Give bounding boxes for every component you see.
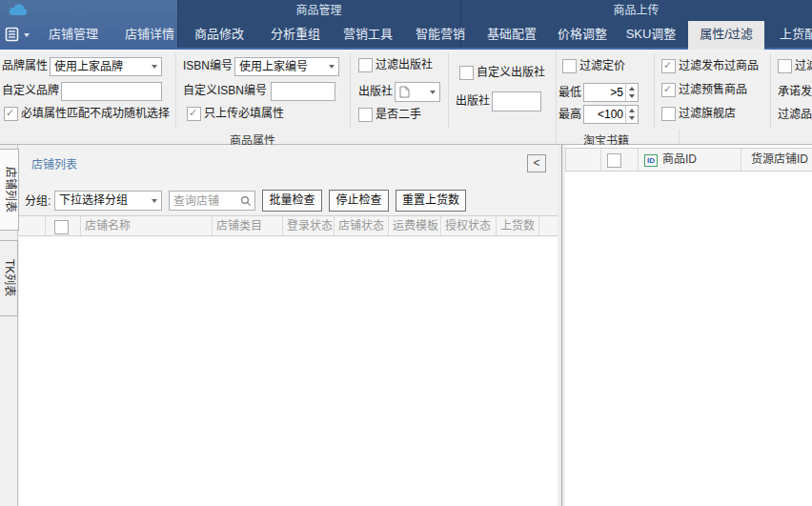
- price-min-value[interactable]: [584, 84, 625, 101]
- col-source-shop-id[interactable]: 货源店铺ID: [741, 149, 812, 171]
- menu-item-upload-config[interactable]: 上货配置: [768, 21, 812, 48]
- left-tab-strip: 店铺列表 TK列表: [0, 145, 18, 506]
- secondhand-checkbox[interactable]: [358, 108, 373, 122]
- stop-check-button[interactable]: 停止检查: [329, 190, 389, 212]
- menu-item-shop-detail[interactable]: 店铺详情: [112, 21, 187, 48]
- col-filler: [539, 216, 558, 235]
- required-attr-random-checkbox[interactable]: [4, 107, 18, 121]
- shop-list-title: 店铺列表: [31, 155, 77, 172]
- menu-item-price-adjust[interactable]: 价格调整: [547, 21, 618, 48]
- filter-price-checkbox[interactable]: [562, 59, 577, 73]
- step-down-icon: [629, 94, 635, 98]
- select-all-checkbox[interactable]: [607, 153, 621, 168]
- column-divider: [679, 130, 680, 144]
- column-divider: [556, 50, 557, 144]
- splitter-line: [561, 145, 562, 506]
- row-indicator-header: [19, 216, 46, 235]
- edge-brand-filter-label: 过滤品: [778, 108, 812, 122]
- menu-item-basic-config[interactable]: 基础配置: [477, 21, 547, 48]
- filter-presale-checkbox[interactable]: [661, 83, 676, 97]
- custom-brand-label: 自定义品牌: [2, 84, 59, 98]
- custom-isbn-label: 自定义ISBN编号: [183, 84, 267, 98]
- edge-filter-checkbox[interactable]: [778, 59, 792, 73]
- product-table-header: ID 商品ID 货源店铺ID: [565, 148, 812, 172]
- col-shipping-template[interactable]: 运费模板: [389, 216, 441, 235]
- menu-item-shop-manage[interactable]: 店铺管理: [36, 21, 111, 48]
- reset-upload-count-button[interactable]: 重置上货数: [396, 190, 466, 212]
- side-tab-label: 店铺列表: [4, 167, 17, 213]
- edge-promise-label: 承诺发: [778, 85, 812, 99]
- price-max-label: 最高: [558, 108, 581, 122]
- filter-flagship-checkbox[interactable]: [661, 107, 676, 121]
- step-up-icon: [629, 109, 635, 112]
- row-indicator-header: [565, 149, 601, 171]
- menu-item-analyze[interactable]: 分析重组: [259, 21, 332, 48]
- collapse-panel-button[interactable]: <: [527, 154, 546, 172]
- filter-presale-label: 过滤预售商品: [679, 83, 747, 97]
- step-up-icon: [629, 87, 635, 91]
- side-tab-label: TK列表: [3, 259, 16, 296]
- filter-publisher-checkbox[interactable]: [358, 58, 373, 72]
- product-list-panel: ID 商品ID 货源店铺ID: [565, 145, 812, 506]
- required-attr-only-checkbox[interactable]: [187, 107, 201, 121]
- side-tab-tk-list[interactable]: TK列表: [0, 240, 18, 316]
- price-min-stepper[interactable]: [583, 83, 639, 102]
- select-all-checkbox[interactable]: [54, 220, 69, 234]
- col-product-id[interactable]: ID 商品ID: [639, 149, 741, 171]
- custom-isbn-input[interactable]: [271, 82, 335, 101]
- col-shop-status[interactable]: 店铺状态: [335, 216, 389, 235]
- shop-search-box[interactable]: [169, 191, 255, 211]
- search-icon[interactable]: [240, 195, 252, 207]
- col-upload-count[interactable]: 上货数: [497, 216, 539, 235]
- main-menu-button[interactable]: [5, 27, 31, 44]
- menu-item-product-edit[interactable]: 商品修改: [183, 21, 255, 48]
- select-all-header[interactable]: [601, 149, 639, 171]
- cloud-icon: [8, 4, 29, 16]
- shop-table-body[interactable]: [19, 236, 558, 506]
- chevron-down-icon: [430, 91, 436, 94]
- stepper-buttons[interactable]: [625, 84, 638, 101]
- shop-search-input[interactable]: [170, 192, 239, 210]
- filter-published-checkbox[interactable]: [661, 59, 676, 73]
- column-divider: [448, 53, 449, 129]
- panel-splitter[interactable]: [558, 145, 565, 506]
- publisher-select[interactable]: [395, 82, 440, 102]
- menu-caret-icon: [24, 33, 30, 37]
- page-icon: [399, 86, 410, 98]
- column-divider: [350, 53, 351, 129]
- col-shop-category[interactable]: 店铺类目: [213, 216, 283, 235]
- isbn-label: ISBN编号: [183, 59, 233, 73]
- filter-publisher-label: 过滤出版社: [376, 58, 433, 72]
- menu-item-sku-adjust[interactable]: SKU调整: [616, 21, 686, 48]
- column-divider: [770, 53, 771, 129]
- product-table-body[interactable]: [565, 172, 812, 506]
- attribute-filter-panel: 品牌属性 使用上家品牌 自定义品牌 必填属性匹配不成功随机选择 ISBN编号 使…: [0, 50, 812, 145]
- custom-publisher-label: 自定义出版社: [477, 66, 545, 80]
- side-tab-shop-list[interactable]: 店铺列表: [0, 149, 19, 231]
- custom-publisher-checkbox[interactable]: [459, 66, 474, 80]
- col-login-status[interactable]: 登录状态: [283, 216, 335, 235]
- filter-published-label: 过滤发布过商品: [679, 59, 759, 73]
- select-all-header[interactable]: [46, 216, 81, 235]
- custom-brand-input[interactable]: [61, 82, 162, 101]
- custom-publisher-input[interactable]: [492, 91, 541, 111]
- list-menu-icon: [5, 27, 20, 42]
- batch-check-button[interactable]: 批量检查: [262, 190, 322, 212]
- isbn-source-select[interactable]: 使用上家编号: [234, 57, 339, 76]
- chevron-down-icon: [152, 65, 157, 69]
- isbn-source-value: 使用上家编号: [239, 60, 308, 73]
- group-select[interactable]: 下拉选择分组: [54, 191, 162, 211]
- menu-item-attr-filter[interactable]: 属性/过滤: [688, 21, 764, 50]
- group-select-value: 下拉选择分组: [59, 193, 128, 207]
- brand-source-select[interactable]: 使用上家品牌: [50, 57, 162, 76]
- col-shop-name[interactable]: 店铺名称: [81, 216, 213, 235]
- menu-item-marketing-tools[interactable]: 营销工具: [332, 21, 404, 48]
- required-attr-only-label: 只上传必填属性: [204, 107, 284, 121]
- col-auth-status[interactable]: 授权状态: [441, 216, 497, 235]
- price-max-stepper[interactable]: [583, 105, 639, 124]
- price-max-value[interactable]: [584, 106, 625, 123]
- brand-attr-label: 品牌属性: [2, 59, 48, 73]
- app-window: 商品管理 商品上传 店铺管理 店铺详情 商品修改 分析重组 营销工具 智能营销 …: [0, 0, 812, 506]
- stepper-buttons[interactable]: [625, 106, 638, 123]
- menu-item-smart-marketing[interactable]: 智能营销: [404, 21, 477, 48]
